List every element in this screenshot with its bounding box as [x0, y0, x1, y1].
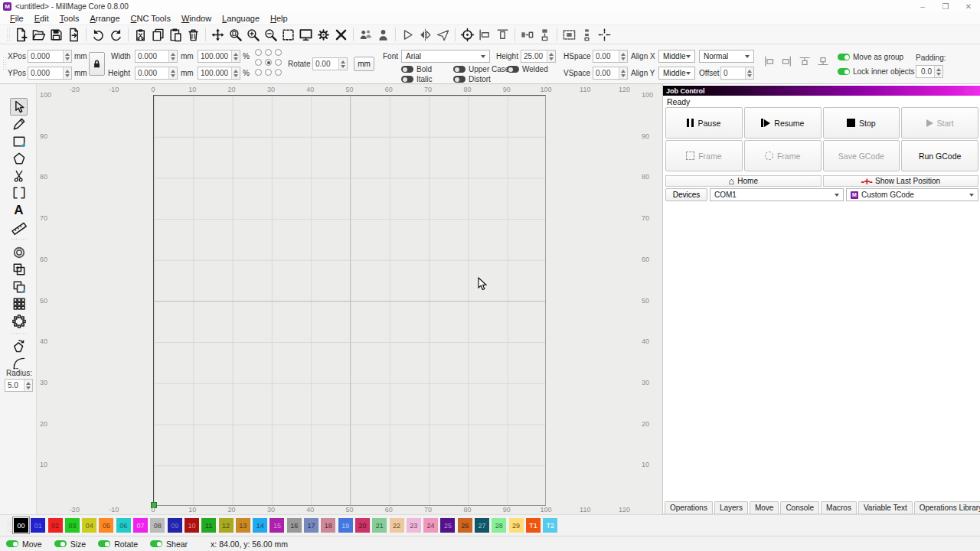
save-icon[interactable]	[47, 26, 65, 44]
font-select[interactable]: Arial	[401, 50, 490, 63]
padding-input[interactable]: 0.0	[916, 65, 943, 78]
palette-swatch-08[interactable]: 08	[150, 518, 165, 533]
height-spinner[interactable]	[168, 67, 177, 79]
shear-toggle[interactable]	[150, 540, 162, 547]
distribute-vertical-icon[interactable]	[536, 26, 554, 44]
tab-variable-text[interactable]: Variable Text	[858, 501, 913, 514]
tab-macros[interactable]: Macros	[821, 501, 857, 514]
move-as-group-toggle[interactable]	[838, 54, 850, 60]
palette-swatch-04[interactable]: 04	[82, 518, 96, 533]
palette-swatch-17[interactable]: 17	[304, 518, 318, 533]
align-x-select[interactable]: Middle	[658, 50, 695, 63]
resume-button[interactable]: Resume	[744, 107, 822, 139]
palette-swatch-22[interactable]: 22	[390, 518, 404, 533]
tool-boolean-union[interactable]	[10, 261, 28, 279]
palette-swatch-12[interactable]: 12	[219, 518, 234, 533]
hspace-input[interactable]: 0.00	[593, 50, 628, 63]
group-objects-icon[interactable]	[357, 26, 374, 44]
xpos-spinner[interactable]	[63, 51, 71, 62]
text-style-select[interactable]: Normal	[699, 50, 754, 63]
menu-arrange[interactable]: Arrange	[84, 12, 125, 24]
width-percent-spinner[interactable]	[231, 51, 240, 62]
welded-toggle[interactable]	[507, 66, 519, 73]
redo-icon[interactable]	[107, 26, 125, 44]
width-percent-input[interactable]: 100.000	[198, 50, 240, 63]
height-input[interactable]: 0.000	[135, 67, 178, 80]
design-canvas[interactable]: -20-20-10-100010102020303040405050606070…	[37, 84, 662, 514]
anchor-middle-right[interactable]	[275, 59, 282, 66]
palette-swatch-06[interactable]: 06	[116, 518, 131, 533]
close-button[interactable]: ✕	[957, 0, 980, 12]
minimize-button[interactable]: –	[911, 0, 934, 12]
tab-move[interactable]: Move	[750, 501, 779, 514]
dock-icon[interactable]: ⧉	[965, 87, 970, 95]
tool-duplicate[interactable]	[10, 278, 28, 295]
palette-swatch-02[interactable]: 02	[48, 518, 63, 533]
distribute-horizontal-icon[interactable]	[518, 26, 536, 44]
font-height-input[interactable]: 25.00	[521, 50, 556, 63]
menu-language[interactable]: Language	[217, 12, 265, 24]
palette-swatch-00[interactable]: 00	[14, 518, 28, 533]
align-y-select[interactable]: Middle	[658, 67, 695, 80]
run-gcode-button[interactable]: Run GCode	[901, 140, 978, 171]
palette-swatch-19[interactable]: 19	[338, 518, 353, 533]
menu-tools[interactable]: Tools	[54, 12, 85, 24]
anchor-top-right[interactable]	[275, 49, 282, 56]
anchor-top-left[interactable]	[255, 49, 262, 56]
palette-swatch-26[interactable]: 26	[458, 518, 472, 533]
new-file-icon[interactable]	[12, 26, 30, 44]
palette-swatch-21[interactable]: 21	[372, 518, 387, 533]
anchor-middle-left[interactable]	[255, 59, 262, 66]
palette-swatch-15[interactable]: 15	[270, 518, 284, 533]
move-icon[interactable]	[209, 26, 227, 44]
tool-fillet[interactable]	[10, 354, 28, 372]
delete-icon[interactable]	[185, 26, 202, 44]
rotate-spinner[interactable]	[338, 58, 347, 70]
palette-swatch-23[interactable]: 23	[407, 518, 421, 533]
toolbar-grip[interactable]	[6, 28, 10, 41]
palette-swatch-24[interactable]: 24	[423, 518, 438, 533]
anchor-top-center[interactable]	[265, 49, 272, 56]
close-icon[interactable]: ✕	[972, 87, 978, 95]
devices-button[interactable]: Devices	[665, 188, 707, 201]
italic-toggle[interactable]	[401, 76, 413, 83]
ypos-input[interactable]: 0.000	[28, 67, 72, 80]
anchor-bottom-left[interactable]	[255, 69, 262, 76]
align-horizontal-icon[interactable]	[476, 26, 494, 44]
palette-swatch-01[interactable]: 01	[31, 518, 45, 533]
tab-console[interactable]: Console	[780, 501, 819, 514]
palette-swatch-20[interactable]: 20	[355, 518, 370, 533]
anchor-point-selector[interactable]	[255, 49, 282, 76]
ypos-spinner[interactable]	[63, 67, 71, 79]
tool-grid-array[interactable]	[10, 295, 28, 313]
bold-toggle[interactable]	[401, 66, 413, 73]
font-height-spinner[interactable]	[547, 51, 555, 62]
undo-icon[interactable]	[90, 26, 107, 44]
tool-polygon[interactable]	[10, 150, 28, 168]
align-inside-left-icon[interactable]	[763, 54, 776, 70]
tool-measure[interactable]	[10, 219, 28, 236]
palette-swatch-05[interactable]: 05	[99, 518, 113, 533]
settings-gear-icon[interactable]	[315, 26, 332, 44]
distribute-spacing-icon[interactable]	[578, 26, 596, 44]
menu-window[interactable]: Window	[176, 12, 217, 24]
vspace-spinner[interactable]	[619, 67, 627, 79]
lock-aspect-button[interactable]	[89, 52, 105, 76]
toolbar-grip[interactable]	[2, 57, 6, 70]
paste-icon[interactable]	[167, 26, 185, 44]
palette-swatch-28[interactable]: 28	[492, 518, 506, 533]
align-to-canvas-icon[interactable]	[560, 26, 578, 44]
palette-swatch-03[interactable]: 03	[65, 518, 80, 533]
palette-swatch-14[interactable]: 14	[253, 518, 267, 533]
hspace-spinner[interactable]	[619, 51, 627, 62]
rotate-input[interactable]: 0.00	[312, 57, 348, 70]
xpos-input[interactable]: 0.000	[28, 50, 72, 63]
zoom-fit-icon[interactable]	[227, 26, 244, 44]
palette-swatch-T2[interactable]: T2	[543, 518, 557, 533]
zoom-out-icon[interactable]	[262, 26, 279, 44]
copy-icon[interactable]	[149, 26, 167, 44]
snap-to-center-icon[interactable]	[596, 26, 613, 44]
pause-button[interactable]: Pause	[665, 107, 743, 139]
anchor-bottom-right[interactable]	[275, 69, 282, 76]
padding-spinner[interactable]	[934, 66, 942, 77]
